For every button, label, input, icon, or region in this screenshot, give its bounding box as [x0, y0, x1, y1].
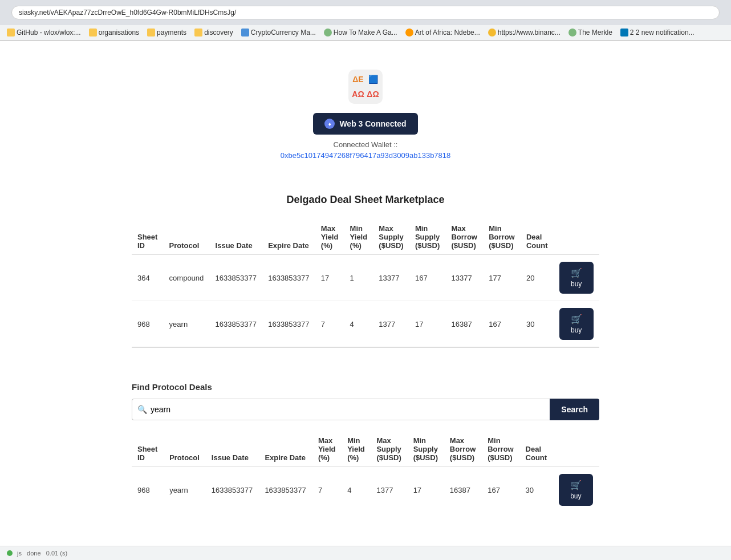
cell-min-supply: 167 — [409, 255, 446, 301]
res-cell-deal-count: 30 — [520, 467, 553, 513]
browser-chrome: siasky.net/vAEKApaz77zcDrreOwE_h0fd6G4Gw… — [0, 0, 731, 41]
res-cart-icon: 🛒 — [570, 480, 582, 490]
bookmark-icon-bm5 — [241, 29, 249, 36]
cell-expire-date: 1633853377 — [262, 255, 315, 301]
res-col-max-borrow: MaxBorrow($USD) — [444, 432, 482, 467]
web3-connected-button[interactable]: ♦ Web 3 Connected — [313, 113, 417, 135]
bookmark-item-bm2[interactable]: organisations — [87, 27, 141, 38]
col-min-supply: MinSupply($USD) — [409, 220, 446, 255]
res-cell-max-supply: 1377 — [371, 467, 407, 513]
bookmark-label-bm5: CryptoCurrency Ma... — [251, 29, 316, 36]
res-col-expire-date: Expire Date — [259, 432, 312, 467]
search-row: 🔍 Search — [132, 399, 599, 420]
col-expire-date: Expire Date — [262, 220, 315, 255]
bookmark-label-bm4: discovery — [204, 29, 233, 36]
cell-protocol: yearn — [164, 301, 210, 348]
res-col-sheet-id: SheetID — [132, 432, 164, 467]
result-table-row: 968 yearn 1633853377 1633853377 7 4 1377… — [132, 467, 599, 513]
col-deal-count: DealCount — [521, 220, 554, 255]
res-cell-expire-date: 1633853377 — [259, 467, 312, 513]
bookmark-label-bm3: payments — [157, 29, 186, 36]
bookmark-item-bm6[interactable]: How To Make A Ga... — [322, 27, 400, 38]
result-table-header: SheetID Protocol Issue Date Expire Date … — [132, 432, 599, 467]
res-col-min-yield: MinYield(%) — [342, 432, 371, 467]
find-protocol-title: Find Protocol Deals — [132, 382, 599, 392]
col-max-supply: MaxSupply($USD) — [373, 220, 409, 255]
col-max-yield: MaxYield(%) — [315, 220, 344, 255]
col-issue-date: Issue Date — [210, 220, 263, 255]
bottom-bar: js done 0.01 (s) — [0, 546, 731, 554]
bookmark-label-bm9: The Merkle — [578, 29, 612, 36]
buy-button-1[interactable]: 🛒 buy — [559, 308, 594, 340]
bookmark-label-bm2: organisations — [99, 29, 139, 36]
search-wrapper: 🔍 — [132, 399, 550, 420]
cell-min-yield: 1 — [344, 255, 373, 301]
logo-cell-bottom-right: ΔΩ — [366, 87, 380, 101]
res-col-issue-date: Issue Date — [206, 432, 259, 467]
deal-table-row: 968 yearn 1633853377 1633853377 7 4 1377… — [132, 301, 599, 348]
col-protocol: Protocol — [164, 220, 210, 255]
page-content: ΔΕ 🟦 ΑΩ ΔΩ ♦ Web 3 Connected Connected W… — [0, 41, 731, 554]
result-buy-button-0[interactable]: 🛒 buy — [559, 474, 593, 506]
bookmark-icon-bm3 — [147, 29, 155, 36]
logo-cell-ae: ΔΕ — [351, 72, 365, 86]
search-input[interactable] — [132, 399, 550, 420]
status-text: js done 0.01 (s) — [17, 550, 67, 554]
bookmark-item-bm9[interactable]: The Merkle — [566, 27, 615, 38]
bookmark-label-bm10: 2 2 new notification... — [630, 29, 695, 36]
bookmark-item-bm8[interactable]: https://www.binanc... — [486, 27, 563, 38]
res-col-max-yield: MaxYield(%) — [312, 432, 342, 467]
find-protocol-section: Find Protocol Deals 🔍 Search SheetID Pro… — [132, 382, 599, 513]
cell-issue-date: 1633853377 — [210, 255, 263, 301]
bookmark-icon-bm4 — [194, 29, 202, 36]
cell-sheet-id: 968 — [132, 301, 164, 348]
deal-table-header: SheetID Protocol Issue Date Expire Date … — [132, 220, 599, 255]
col-sheet-id: SheetID — [132, 220, 164, 255]
logo-cell-bottom-left: ΑΩ — [351, 87, 365, 101]
cell-max-supply: 1377 — [373, 301, 409, 348]
cell-max-yield: 7 — [315, 301, 344, 348]
col-min-borrow: MinBorrow($USD) — [483, 220, 521, 255]
search-button[interactable]: Search — [550, 399, 599, 420]
address-bar[interactable]: siasky.net/vAEKApaz77zcDrreOwE_h0fd6G4Gw… — [11, 6, 720, 19]
cell-expire-date: 1633853377 — [262, 301, 315, 348]
bookmark-item-bm5[interactable]: CryptoCurrency Ma... — [239, 27, 318, 38]
marketplace-title: Delgado Deal Sheet Marketplace — [132, 194, 599, 206]
logo-cell-top-right: 🟦 — [366, 72, 380, 86]
cell-min-borrow: 177 — [483, 255, 521, 301]
bookmark-label-bm6: How To Make A Ga... — [334, 29, 397, 36]
bookmark-label-bm1: GitHub - wlox/wlox:... — [17, 29, 81, 36]
res-cell-min-borrow: 167 — [482, 467, 519, 513]
res-col-max-supply: MaxSupply($USD) — [371, 432, 407, 467]
cell-max-yield: 17 — [315, 255, 344, 301]
res-col-protocol: Protocol — [164, 432, 206, 467]
col-min-yield: MinYield(%) — [344, 220, 373, 255]
res-cell-protocol: yearn — [164, 467, 206, 513]
res-col-min-borrow: MinBorrow($USD) — [482, 432, 519, 467]
res-col-min-supply: MinSupply($USD) — [408, 432, 444, 467]
col-max-borrow: MaxBorrow($USD) — [445, 220, 483, 255]
buy-button-0[interactable]: 🛒 buy — [559, 262, 594, 294]
col-action — [554, 220, 599, 255]
wallet-address[interactable]: 0xbe5c10174947268f796417a93d3009ab133b78… — [281, 151, 451, 160]
bookmark-label-bm8: https://www.binanc... — [498, 29, 561, 36]
app-logo: ΔΕ 🟦 ΑΩ ΔΩ — [348, 70, 383, 104]
bookmark-item-bm1[interactable]: GitHub - wlox/wlox:... — [5, 27, 83, 38]
cell-buy: 🛒 buy — [554, 301, 599, 348]
cell-max-borrow: 16387 — [445, 301, 483, 348]
bookmark-item-bm4[interactable]: discovery — [192, 27, 235, 38]
res-buy-label: buy — [570, 492, 581, 500]
cell-sheet-id: 364 — [132, 255, 164, 301]
res-cell-issue-date: 1633853377 — [206, 467, 259, 513]
search-icon: 🔍 — [137, 405, 147, 414]
bookmark-label-bm7: Art of Africa: Ndebe... — [415, 29, 480, 36]
cell-min-borrow: 167 — [483, 301, 521, 348]
bookmark-item-bm7[interactable]: Art of Africa: Ndebe... — [403, 27, 482, 38]
bookmark-icon-bm6 — [324, 29, 332, 36]
res-cell-max-yield: 7 — [312, 467, 342, 513]
res-cell-buy: 🛒 buy — [553, 467, 599, 513]
bookmark-item-bm10[interactable]: 2 2 new notification... — [618, 27, 697, 38]
bookmark-item-bm3[interactable]: payments — [145, 27, 189, 38]
res-col-action — [553, 432, 599, 467]
deal-table-row: 364 compound 1633853377 1633853377 17 1 … — [132, 255, 599, 301]
